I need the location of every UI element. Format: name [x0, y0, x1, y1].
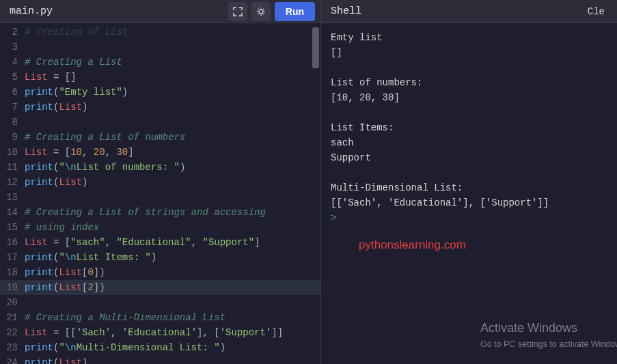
output-line: Emty list — [331, 30, 607, 45]
output-line: List of numbers: — [331, 75, 607, 90]
code-line[interactable]: 8 — [0, 115, 320, 130]
code-line[interactable]: 20 — [0, 295, 320, 310]
code-content[interactable]: # Creating a List of numbers — [25, 130, 320, 145]
theme-button[interactable] — [251, 2, 271, 21]
code-content[interactable]: print("Emty list") — [25, 85, 320, 100]
code-content[interactable] — [25, 190, 320, 205]
code-content[interactable]: # Creating a List of strings and accessi… — [25, 205, 320, 220]
line-number: 9 — [0, 130, 25, 145]
code-line[interactable]: 24print(List) — [0, 355, 320, 364]
line-number: 17 — [0, 250, 25, 265]
code-line[interactable]: 2# Creation of List — [0, 25, 320, 40]
editor-header: main.py Run — [0, 0, 320, 23]
line-number: 16 — [0, 235, 25, 250]
line-number: 6 — [0, 85, 25, 100]
line-number: 15 — [0, 220, 25, 235]
line-number: 11 — [0, 160, 25, 175]
app-container: main.py Run 2# Creation of List 34# Crea… — [0, 0, 617, 364]
code-line[interactable]: 22List = [['Sach', 'Educational'], ['Sup… — [0, 325, 320, 340]
fullscreen-button[interactable] — [228, 2, 247, 21]
line-number: 2 — [0, 25, 25, 40]
code-content[interactable]: # Creation of List — [25, 25, 320, 40]
output-line: Multi-Dimensional List: — [331, 180, 607, 195]
editor-pane: main.py Run 2# Creation of List 34# Crea… — [0, 0, 321, 364]
code-content[interactable]: print(List) — [25, 100, 320, 115]
line-number: 5 — [0, 70, 25, 85]
output-line: Support — [331, 150, 607, 165]
line-number: 21 — [0, 310, 25, 325]
editor-controls: Run — [228, 2, 315, 21]
activate-title: Activate Windows — [480, 320, 617, 335]
activate-windows-overlay: Activate Windows Go to PC settings to ac… — [480, 320, 617, 352]
code-line[interactable]: 9# Creating a List of numbers — [0, 130, 320, 145]
code-content[interactable]: List = [['Sach', 'Educational'], ['Suppo… — [25, 325, 320, 340]
code-content[interactable] — [25, 295, 320, 310]
code-line[interactable]: 18print(List[0]) — [0, 265, 320, 280]
code-line[interactable]: 6print("Emty list") — [0, 85, 320, 100]
line-number: 24 — [0, 355, 25, 364]
shell-header: Shell Cle — [321, 0, 617, 23]
code-line[interactable]: 14# Creating a List of strings and acces… — [0, 205, 320, 220]
code-line[interactable]: 3 — [0, 40, 320, 55]
code-content[interactable]: List = [] — [25, 70, 320, 85]
shell-output[interactable]: Emty list[] List of numbers:[10, 20, 30]… — [321, 23, 617, 364]
run-button[interactable]: Run — [275, 2, 315, 21]
code-line[interactable]: 19print(List[2]) — [0, 280, 320, 295]
code-content[interactable] — [25, 40, 320, 55]
output-line — [331, 105, 607, 120]
code-line[interactable]: 11print("\nList of numbers: ") — [0, 160, 320, 175]
code-content[interactable]: # Creating a List — [25, 55, 320, 70]
output-line: sach — [331, 135, 607, 150]
shell-prompt[interactable]: > — [331, 210, 607, 225]
code-content[interactable]: # using index — [25, 220, 320, 235]
editor-scrollbar[interactable] — [312, 27, 319, 68]
code-content[interactable]: print(List) — [25, 175, 320, 190]
code-line[interactable]: 13 — [0, 190, 320, 205]
output-line: List Items: — [331, 120, 607, 135]
code-line[interactable]: 17print("\nList Items: ") — [0, 250, 320, 265]
fullscreen-icon — [233, 7, 243, 16]
line-number: 20 — [0, 295, 25, 310]
code-line[interactable]: 12print(List) — [0, 175, 320, 190]
filename-label: main.py — [5, 5, 53, 17]
code-line[interactable]: 5List = [] — [0, 70, 320, 85]
code-line[interactable]: 23print("\nMulti-Dimensional List: ") — [0, 340, 320, 355]
code-content[interactable]: print(List[0]) — [25, 265, 320, 280]
code-line[interactable]: 15# using index — [0, 220, 320, 235]
code-line[interactable]: 16List = ["sach", "Educational", "Suppor… — [0, 235, 320, 250]
shell-label: Shell — [327, 5, 361, 17]
activate-subtitle: Go to PC settings to activate Windows. — [480, 337, 617, 352]
line-number: 18 — [0, 265, 25, 280]
code-editor[interactable]: 2# Creation of List 34# Creating a List … — [0, 23, 320, 364]
output-line: [] — [331, 45, 607, 60]
code-content[interactable]: print("\nList of numbers: ") — [25, 160, 320, 175]
line-number: 22 — [0, 325, 25, 340]
code-content[interactable]: print("\nMulti-Dimensional List: ") — [25, 340, 320, 355]
shell-pane: Shell Cle Emty list[] List of numbers:[1… — [321, 0, 617, 364]
code-content[interactable]: print(List[2]) — [25, 280, 320, 295]
watermark-text: pythonslearning.com — [359, 238, 466, 253]
code-line[interactable]: 21# Creating a Multi-Dimensional List — [0, 310, 320, 325]
line-number: 23 — [0, 340, 25, 355]
code-line[interactable]: 7print(List) — [0, 100, 320, 115]
sun-icon — [256, 7, 266, 16]
code-content[interactable] — [25, 115, 320, 130]
line-number: 4 — [0, 55, 25, 70]
line-number: 10 — [0, 145, 25, 160]
code-line[interactable]: 4# Creating a List — [0, 55, 320, 70]
code-content[interactable]: # Creating a Multi-Dimensional List — [25, 310, 320, 325]
line-number: 14 — [0, 205, 25, 220]
output-line: [['Sach', 'Educational'], ['Support']] — [331, 195, 607, 210]
line-number: 12 — [0, 175, 25, 190]
svg-point-0 — [259, 10, 263, 14]
line-number: 8 — [0, 115, 25, 130]
output-line: [10, 20, 30] — [331, 90, 607, 105]
code-line[interactable]: 10List = [10, 20, 30] — [0, 145, 320, 160]
code-content[interactable]: List = [10, 20, 30] — [25, 145, 320, 160]
code-content[interactable]: print(List) — [25, 355, 320, 364]
output-line — [331, 60, 607, 75]
code-content[interactable]: List = ["sach", "Educational", "Support"… — [25, 235, 320, 250]
line-number: 13 — [0, 190, 25, 205]
clear-button[interactable]: Cle — [581, 2, 612, 21]
code-content[interactable]: print("\nList Items: ") — [25, 250, 320, 265]
